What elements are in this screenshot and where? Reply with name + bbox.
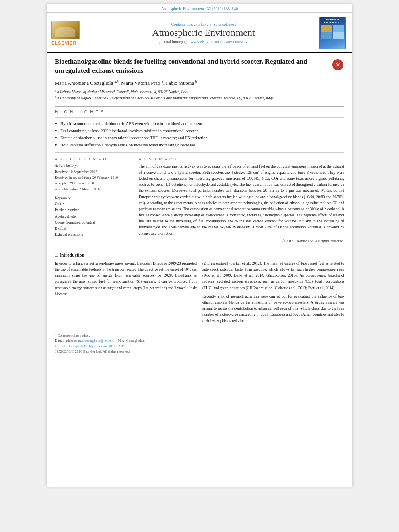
aff-b-text: b University of Naples Federico II, Depa…: [57, 97, 273, 101]
keywords-section: Keywords: Cold start Particle number Ace…: [55, 196, 128, 238]
sciencedirect-link[interactable]: Contents lists available at ScienceDirec…: [92, 22, 315, 27]
highlight-item-2: Fuel containing at least 20% bioethanol …: [55, 128, 344, 134]
corresponding-author-note: * Corresponding author.: [55, 333, 344, 339]
keyword-2: Particle number: [55, 207, 128, 213]
aff-a-sup: a: [55, 89, 56, 92]
issn-line: 1352-2310/© 2016 Elsevier Ltd. All right…: [55, 349, 344, 355]
intro-right-col: (2nd generation) (Sarkar et al., 2012). …: [202, 261, 344, 327]
article-info-column: A R T I C L E I N F O Article history: R…: [55, 157, 133, 243]
cover-cell-1: [321, 25, 332, 32]
divider-before-intro: [55, 249, 344, 249]
keyword-1: Cold start: [55, 201, 128, 207]
email-link[interactable]: m.a.costagliola@im.cnr.it: [78, 339, 115, 343]
article-body: Bioethanol/gasoline blends for fuelling …: [47, 53, 352, 363]
highlights-bottom-rule: [55, 152, 344, 153]
journal-header: ELSEVIER Contents lists available at Sci…: [47, 13, 352, 53]
article-history-label: Article history:: [55, 164, 128, 168]
author-costagliola: Maria Antonietta Costagliola: [55, 80, 113, 86]
copyright-line: © 2016 Elsevier Ltd. All rights reserved…: [139, 239, 344, 243]
cover-cell-2: [333, 25, 344, 32]
cover-box: ATMOSPHERIC ENVIRONMENT: [319, 17, 346, 49]
article-title: Bioethanol/gasoline blends for fuelling …: [55, 57, 328, 76]
journal-cover-image: ATMOSPHERIC ENVIRONMENT: [319, 17, 348, 49]
highlight-item-3: Effects of bioethanol use in conventiona…: [55, 135, 344, 141]
aff-b-sup: b: [55, 95, 56, 99]
journal-title-center: Contents lists available at ScienceDirec…: [92, 22, 315, 44]
highlights-list: Hybrid scooter ensured stoichiometric AF…: [55, 121, 344, 148]
journal-citation: Atmospheric Environment 132 (2016) 133–1…: [161, 6, 238, 11]
aff-a-text: a Istituto Motori of National Research C…: [57, 90, 188, 94]
abstract-label: A B S T R A C T: [139, 157, 344, 161]
email-note: E-mail address: m.a.costagliola@im.cnr.i…: [55, 338, 344, 344]
elsevier-tree-image: [51, 21, 80, 39]
highlight-item-1: Hybrid scooter ensured stoichiometric AF…: [55, 121, 344, 127]
intro-left-col: In order to enhance a net green-house ga…: [55, 261, 197, 327]
cover-cell-3: [321, 32, 332, 39]
keyword-5: Biofuel: [55, 226, 128, 232]
introduction-section: 1. Introduction In order to enhance a ne…: [55, 253, 344, 327]
abstract-column: A B S T R A C T The aim of this experime…: [139, 157, 344, 243]
article-title-section: Bioethanol/gasoline blends for fuelling …: [55, 57, 344, 76]
abstract-text: The aim of this experimental activity wa…: [139, 164, 344, 237]
doi-line: http://dx.doi.org/10.1016/j.atmosenv.201…: [55, 344, 344, 349]
keyword-3: Acetaldehyde: [55, 214, 128, 220]
authors-line: Maria Antonietta Costagliola a,*, Maria …: [55, 80, 344, 86]
article-history: Article history: Received 10 September 2…: [55, 164, 128, 192]
keyword-4: Ozone formation potential: [55, 220, 128, 226]
section-number: 1.: [55, 253, 58, 257]
introduction-two-col: In order to enhance a net green-house ga…: [55, 261, 344, 327]
crossmark-badge[interactable]: ✕: [332, 59, 344, 71]
crossmark-icon: ✕: [332, 59, 343, 70]
abstract-paragraph: The aim of this experimental activity wa…: [139, 164, 344, 237]
keywords-label: Keywords:: [55, 196, 128, 200]
author-prati: Maria Vittoria Prati: [121, 80, 160, 86]
journal-homepage: journal homepage: www.elsevier.com/locat…: [92, 39, 315, 44]
journal-reference-bar: Atmospheric Environment 132 (2016) 133–1…: [47, 4, 352, 13]
corr-author-label: * Corresponding author.: [55, 333, 90, 337]
author-prati-sup: a: [162, 80, 163, 84]
received-date: Received 10 September 2015 Received in r…: [55, 169, 128, 192]
highlight-item-4: Both vehicles suffer the aldehyde emissi…: [55, 142, 344, 148]
footnotes-section: * Corresponding author. E-mail address: …: [55, 331, 344, 355]
affiliations: a a Istituto Motori of National Research…: [55, 89, 344, 101]
highlights-section: H I G H L I G H T S Hybrid scooter ensur…: [55, 110, 344, 153]
accepted-line: Accepted 29 February 2016: [55, 180, 128, 186]
email-label: E-mail address:: [55, 339, 77, 343]
author-murena: Fabio Murena: [166, 80, 194, 86]
homepage-link[interactable]: www.elsevier.com/locate/atmosenv: [191, 39, 248, 44]
received-line: Received 10 September 2015: [55, 169, 128, 175]
author-costagliola-sup: a,*: [114, 80, 119, 84]
intro-right-para-2: Recently a lot of research activities we…: [202, 294, 344, 324]
revised-line: Received in revised form 26 February 201…: [55, 175, 128, 180]
article-page: Atmospheric Environment 132 (2016) 133–1…: [47, 4, 352, 487]
online-line: Available online 2 March 2016: [55, 186, 128, 192]
introduction-heading: 1. Introduction: [55, 253, 344, 257]
intro-para-1: In order to enhance a net green-house ga…: [55, 261, 197, 297]
intro-right-para-1: (2nd generation) (Sarkar et al., 2012). …: [202, 261, 344, 291]
sciencedirect-text: Contents lists available at ScienceDirec…: [171, 22, 236, 27]
highlights-top-rule: [55, 117, 344, 118]
keyword-6: Exhaust emissions: [55, 232, 128, 238]
cover-images: [320, 25, 345, 39]
section-title: Introduction: [60, 253, 84, 257]
keywords-list: Cold start Particle number Acetaldehyde …: [55, 201, 128, 238]
highlights-label: H I G H L I G H T S: [55, 110, 344, 114]
author-murena-sup: b: [195, 80, 197, 84]
elsevier-logo: ELSEVIER: [51, 21, 88, 45]
article-info-abstract: A R T I C L E I N F O Article history: R…: [55, 157, 344, 243]
homepage-label: journal homepage:: [160, 39, 191, 44]
affiliation-b: b b University of Naples Federico II, De…: [55, 95, 344, 101]
cover-title: ATMOSPHERIC ENVIRONMENT: [320, 17, 345, 24]
article-info-label: A R T I C L E I N F O: [55, 157, 128, 161]
divider-after-affiliations: [55, 106, 344, 107]
affiliation-a: a a Istituto Motori of National Research…: [55, 89, 344, 95]
elsevier-brand-text: ELSEVIER: [51, 41, 88, 45]
email-name: (M.A. Costagliola).: [117, 339, 145, 343]
doi-link[interactable]: http://dx.doi.org/10.1016/j.atmosenv.201…: [55, 344, 127, 348]
cover-cell-4: [333, 32, 344, 39]
journal-name: Atmospheric Environment: [92, 27, 315, 38]
